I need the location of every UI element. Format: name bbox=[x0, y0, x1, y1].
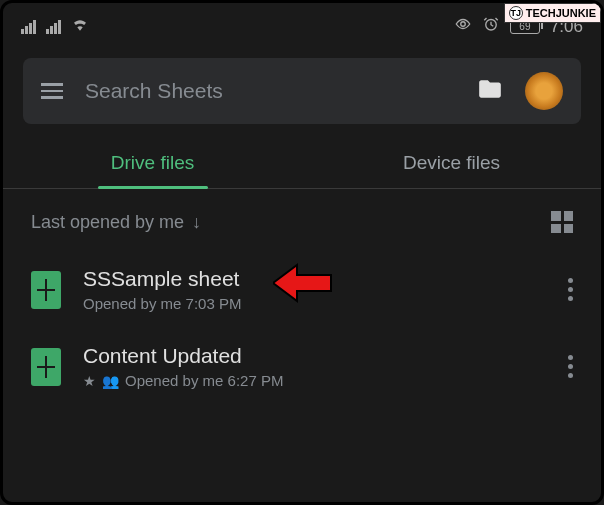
more-icon[interactable] bbox=[568, 278, 573, 301]
search-input[interactable]: Search Sheets bbox=[85, 79, 455, 103]
signal-icon bbox=[21, 20, 36, 34]
visibility-icon bbox=[454, 15, 472, 38]
sort-button[interactable]: Last opened by me ↓ bbox=[31, 212, 201, 233]
shared-icon: 👥 bbox=[102, 373, 119, 389]
menu-icon[interactable] bbox=[41, 83, 63, 99]
sheets-icon bbox=[31, 271, 61, 309]
sort-row: Last opened by me ↓ bbox=[3, 189, 601, 251]
alarm-icon bbox=[482, 15, 500, 38]
file-info: Content Updated ★ 👥 Opened by me 6:27 PM bbox=[83, 344, 546, 389]
file-meta: Opened by me 6:27 PM bbox=[125, 372, 283, 389]
star-icon: ★ bbox=[83, 373, 96, 389]
sort-label: Last opened by me bbox=[31, 212, 184, 233]
signal-icon-2 bbox=[46, 20, 61, 34]
file-item[interactable]: Content Updated ★ 👥 Opened by me 6:27 PM bbox=[3, 328, 601, 405]
folder-icon[interactable] bbox=[477, 76, 503, 106]
sort-arrow-icon: ↓ bbox=[192, 212, 201, 233]
file-title: Content Updated bbox=[83, 344, 546, 368]
watermark-text: TECHJUNKIE bbox=[526, 7, 596, 19]
grid-view-icon[interactable] bbox=[551, 211, 573, 233]
wifi-icon bbox=[71, 15, 89, 38]
more-icon[interactable] bbox=[568, 355, 573, 378]
sheets-icon bbox=[31, 348, 61, 386]
tabs: Drive files Device files bbox=[3, 136, 601, 189]
watermark-logo-icon: TJ bbox=[509, 6, 523, 20]
tab-drive-files[interactable]: Drive files bbox=[3, 136, 302, 188]
search-bar[interactable]: Search Sheets bbox=[23, 58, 581, 124]
file-item[interactable]: SSSample sheet Opened by me 7:03 PM bbox=[3, 251, 601, 328]
watermark: TJ TECHJUNKIE bbox=[504, 3, 601, 23]
annotation-arrow-icon bbox=[273, 262, 333, 304]
avatar[interactable] bbox=[525, 72, 563, 110]
tab-device-files[interactable]: Device files bbox=[302, 136, 601, 188]
